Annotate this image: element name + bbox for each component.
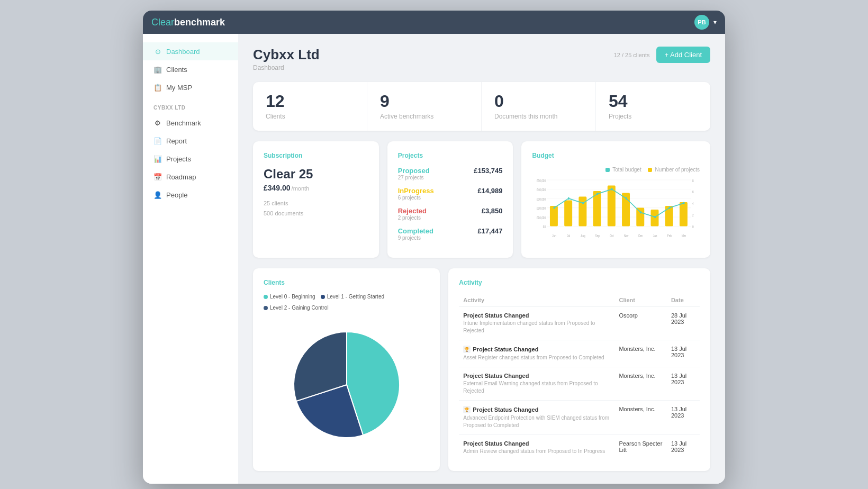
stat-card-benchmarks: 9 Active benchmarks	[367, 82, 482, 131]
legend-label: Level 0 - Beginning	[270, 294, 315, 300]
activity-title: Project Status Changed	[463, 440, 610, 447]
client-cell: Monsters, Inc.	[614, 340, 666, 367]
project-item: Proposed 27 projects £153,745	[398, 167, 503, 180]
svg-text:Jul: Jul	[567, 233, 571, 238]
activity-cell: Project Status Changed Admin Review chan…	[459, 435, 614, 461]
activity-card: Activity Activity Client Date Project St…	[448, 268, 710, 471]
activity-title: 🏆 Project Status Changed	[463, 346, 610, 353]
col-activity: Activity	[459, 294, 614, 307]
sidebar-item-projects[interactable]: 📊 Projects	[143, 150, 238, 168]
stat-number: 9	[380, 93, 468, 110]
svg-text:Oct: Oct	[610, 233, 614, 238]
pie-container	[264, 316, 429, 454]
svg-point-37	[626, 197, 627, 200]
sidebar-item-roadmap[interactable]: 📅 Roadmap	[143, 168, 238, 186]
price-amount: £349.00	[264, 184, 291, 192]
svg-text:0: 0	[693, 224, 694, 229]
project-item: Rejected 2 projects £3,850	[398, 207, 503, 221]
client-cell: Monsters, Inc.	[614, 401, 666, 435]
client-cell: Monsters, Inc.	[614, 367, 666, 401]
projects-card: Projects Proposed 27 projects £153,745 I…	[387, 141, 513, 258]
chevron-down-icon[interactable]: ▾	[713, 19, 717, 26]
date-cell: 13 Jul 2023	[667, 435, 700, 461]
svg-text:£30,000: £30,000	[537, 197, 546, 201]
chart-legend-item: Level 0 - Beginning	[264, 294, 315, 300]
svg-text:4: 4	[693, 201, 694, 205]
sidebar-item-people[interactable]: 👤 People	[143, 186, 238, 204]
stat-label: Documents this month	[494, 113, 583, 120]
date-cell: 13 Jul 2023	[667, 367, 700, 401]
svg-text:£0: £0	[543, 224, 546, 229]
budget-chart: £50,000£40,000£30,000£20,000£10,000£0Jun…	[532, 177, 700, 240]
activity-icon: 🏆	[463, 346, 471, 353]
sidebar-item-label: People	[166, 191, 187, 199]
sidebar-item-label: Roadmap	[166, 173, 196, 181]
svg-point-33	[568, 197, 569, 200]
date-cell: 13 Jul 2023	[667, 340, 700, 367]
svg-text:Mar: Mar	[682, 233, 686, 238]
activity-cell: 🏆 Project Status Changed Advanced Endpoi…	[459, 401, 614, 435]
app-body: ⊙ Dashboard 🏢 Clients 📋 My MSP CYBXX LTD…	[143, 34, 725, 484]
svg-point-32	[554, 206, 555, 209]
table-row: Project Status Changed External Email Wa…	[459, 367, 700, 401]
activity-desc: External Email Warning changed status fr…	[463, 380, 610, 395]
activity-table: Activity Client Date Project Status Chan…	[459, 294, 700, 460]
project-count: 6 projects	[398, 195, 434, 201]
project-count: 27 projects	[398, 175, 430, 180]
date-cell: 13 Jul 2023	[667, 401, 700, 435]
stat-number: 54	[609, 93, 698, 110]
sidebar-item-clients[interactable]: 🏢 Clients	[143, 60, 238, 78]
svg-rect-13	[565, 201, 573, 227]
project-amount: £14,989	[477, 187, 502, 195]
col-client: Client	[614, 294, 666, 307]
price-period: /month	[292, 185, 310, 192]
people-icon: 👤	[153, 191, 162, 199]
svg-text:6: 6	[693, 189, 694, 194]
sidebar-item-dashboard[interactable]: ⊙ Dashboard	[143, 42, 238, 60]
bottom-row: Clients Level 0 - Beginning Level 1 - Ge…	[253, 268, 710, 471]
legend-label: Level 1 - Getting Started	[327, 294, 384, 300]
user-avatar[interactable]: PB	[694, 15, 709, 30]
projects-list: Proposed 27 projects £153,745 InProgress…	[398, 167, 503, 241]
chart-legend-item: Level 1 - Getting Started	[321, 294, 384, 300]
svg-rect-20	[665, 206, 673, 227]
project-amount: £3,850	[482, 207, 503, 215]
table-row: Project Status Changed Intune Implementa…	[459, 307, 700, 340]
sidebar-item-mymsp[interactable]: 📋 My MSP	[143, 78, 238, 96]
activity-table-body: Project Status Changed Intune Implementa…	[459, 307, 700, 461]
svg-text:Jun: Jun	[553, 233, 557, 238]
sidebar-item-label: Projects	[166, 155, 191, 163]
svg-rect-16	[608, 186, 616, 227]
logo-clear: Clear	[151, 17, 174, 28]
logo-benchmark: benchmark	[174, 17, 225, 28]
col-date: Date	[667, 294, 700, 307]
svg-text:Nov: Nov	[624, 233, 629, 238]
activity-cell: 🏆 Project Status Changed Asset Register …	[459, 340, 614, 367]
stat-number: 0	[494, 93, 583, 110]
project-item: InProgress 6 projects £14,989	[398, 187, 503, 201]
svg-text:2: 2	[693, 213, 694, 217]
subscription-card-title: Subscription	[264, 152, 368, 159]
activity-title: 🏆 Project Status Changed	[463, 406, 610, 413]
header-right: 12 / 25 clients + Add Client	[614, 47, 710, 63]
stats-row: 12 Clients 9 Active benchmarks 0 Documen…	[253, 82, 710, 131]
activity-card-title: Activity	[459, 279, 700, 286]
activity-title: Project Status Changed	[463, 312, 610, 319]
svg-text:£50,000: £50,000	[537, 178, 546, 183]
mymsp-icon: 📋	[153, 83, 162, 92]
svg-text:Dec: Dec	[639, 233, 643, 238]
client-cell: Oscorp	[614, 307, 666, 340]
clients-chart-title: Clients	[264, 279, 429, 286]
stat-card-clients: 12 Clients	[253, 82, 367, 131]
subscription-card: Subscription Clear 25 £349.00 /month 25 …	[253, 141, 379, 258]
sidebar-item-report[interactable]: 📄 Report	[143, 132, 238, 150]
sidebar-item-benchmark[interactable]: ⚙ Benchmark	[143, 114, 238, 132]
stat-label: Projects	[609, 113, 698, 120]
subscription-details: 25 clients 500 documents	[264, 198, 368, 218]
subscription-price: £349.00 /month	[264, 184, 368, 192]
table-row: Project Status Changed Admin Review chan…	[459, 435, 700, 461]
add-client-button[interactable]: + Add Client	[656, 47, 710, 63]
svg-point-41	[683, 202, 685, 204]
activity-cell: Project Status Changed External Email Wa…	[459, 367, 614, 401]
svg-text:Feb: Feb	[667, 233, 672, 238]
